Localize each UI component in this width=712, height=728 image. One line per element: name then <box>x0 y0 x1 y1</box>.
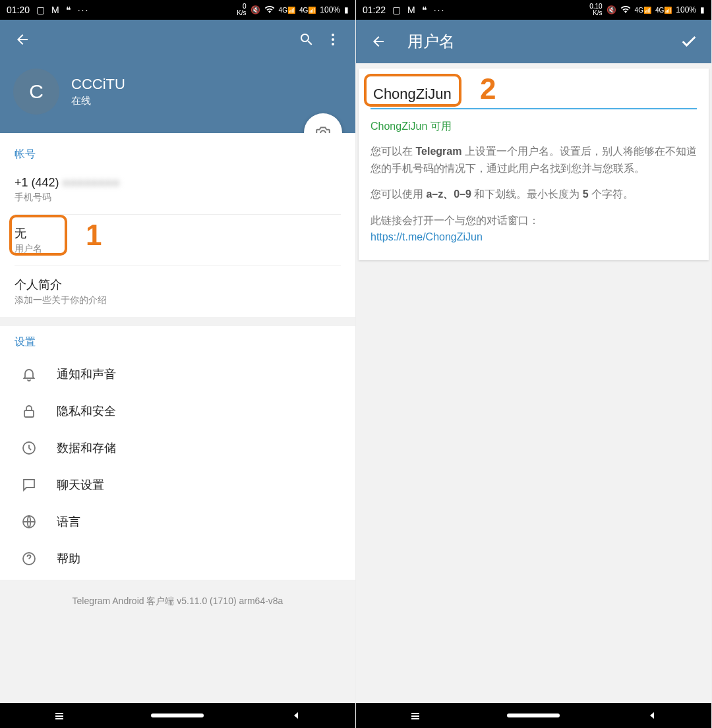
more-button[interactable] <box>320 26 346 53</box>
app-bar <box>0 20 355 59</box>
bio-label: 添加一些关于你的介绍 <box>15 294 341 306</box>
bell-icon <box>20 366 38 382</box>
lock-icon <box>20 403 38 419</box>
confirm-button[interactable] <box>676 28 702 55</box>
status-bar: 01:20 ▢ M ❝ ··· 0 K/s 🔇 4G📶 4G📶 100% ▮ <box>0 0 355 20</box>
settings-item-notifications[interactable]: 通知和声音 <box>15 356 341 393</box>
battery-text: 100% <box>320 5 340 14</box>
svg-rect-15 <box>507 714 560 717</box>
hangouts-icon: ❝ <box>66 5 71 15</box>
username-desc-2: 您可以使用 a–z、0–9 和下划线。最小长度为 5 个字符。 <box>371 186 697 203</box>
section-gap <box>0 317 355 326</box>
battery-icon: ▮ <box>700 5 705 14</box>
settings-item-label: 帮助 <box>57 551 80 567</box>
settings-section: 设置 通知和声音 隐私和安全 数据和存 <box>0 326 355 580</box>
app-bar: 用户名 <box>356 20 711 63</box>
username-label: 用户名 <box>15 243 341 255</box>
back-button[interactable] <box>9 26 36 53</box>
version-text: Telegram Android 客户端 v5.11.0 (1710) arm6… <box>0 580 355 703</box>
profile-status: 在线 <box>71 95 125 107</box>
gallery-icon: ▢ <box>36 5 45 15</box>
mail-icon: M <box>51 5 59 15</box>
svg-rect-10 <box>55 718 63 719</box>
username-available: ChongZiJun 可用 <box>371 120 697 134</box>
svg-rect-8 <box>55 713 63 714</box>
mute-icon: 🔇 <box>251 5 260 14</box>
svg-rect-11 <box>151 714 204 717</box>
svg-rect-12 <box>411 713 419 714</box>
nav-home[interactable] <box>500 710 566 721</box>
help-icon <box>20 551 38 567</box>
battery-text: 100% <box>676 5 696 14</box>
net-speed: 0 K/s <box>237 3 246 16</box>
signal-icon-2: 4G📶 <box>655 7 672 14</box>
hangouts-icon: ❝ <box>422 5 427 15</box>
bio-row[interactable]: 个人简介 添加一些关于你的介绍 <box>15 269 341 314</box>
wifi-icon <box>264 5 275 15</box>
phone-hidden: ●●●●●●●● <box>63 176 120 189</box>
svg-rect-9 <box>55 715 63 717</box>
phone-left: 01:20 ▢ M ❝ ··· 0 K/s 🔇 4G📶 4G📶 100% ▮ <box>0 0 356 728</box>
more-notif-icon: ··· <box>78 5 90 15</box>
nav-recents[interactable] <box>382 710 448 721</box>
avatar[interactable]: C <box>13 69 59 115</box>
settings-item-language[interactable]: 语言 <box>15 503 341 540</box>
settings-item-data[interactable]: 数据和存储 <box>15 430 341 466</box>
mail-icon: M <box>407 5 415 15</box>
username-row[interactable]: 无 用户名 1 <box>15 217 341 263</box>
clock-icon <box>20 440 38 456</box>
username-input[interactable] <box>371 82 697 109</box>
username-value: 无 <box>15 225 341 241</box>
globe-icon <box>20 514 38 530</box>
username-link[interactable]: https://t.me/ChongZiJun <box>371 231 483 242</box>
username-card: 2 ChongZiJun 可用 您可以在 Telegram 上设置一个用户名。设… <box>359 69 709 260</box>
settings-item-label: 通知和声音 <box>57 366 116 382</box>
svg-point-0 <box>332 34 334 36</box>
divider <box>15 214 341 215</box>
settings-item-privacy[interactable]: 隐私和安全 <box>15 393 341 430</box>
status-time: 01:22 <box>363 5 386 15</box>
settings-item-label: 数据和存储 <box>57 440 116 456</box>
svg-rect-14 <box>411 718 419 719</box>
bio-value: 个人简介 <box>15 277 341 293</box>
chat-icon <box>20 477 38 493</box>
account-title: 帐号 <box>15 148 341 161</box>
mute-icon: 🔇 <box>607 5 616 14</box>
nav-bar <box>356 703 711 728</box>
profile-name: CCCiTU <box>71 76 125 93</box>
search-button[interactable] <box>293 26 320 53</box>
signal-icon-2: 4G📶 <box>299 7 316 14</box>
settings-item-label: 聊天设置 <box>57 477 104 493</box>
svg-point-2 <box>332 43 334 45</box>
phone-value: +1 (442) <box>15 176 59 189</box>
username-desc-1: 您可以在 Telegram 上设置一个用户名。设置后，别人将能够在不知道您的手机… <box>371 143 697 177</box>
svg-rect-13 <box>411 715 419 717</box>
nav-recents[interactable] <box>26 710 92 721</box>
svg-point-1 <box>332 38 334 41</box>
profile-header: C CCCiTU 在线 <box>0 59 355 133</box>
status-time: 01:20 <box>7 5 30 15</box>
divider <box>15 266 341 266</box>
phone-row[interactable]: +1 (442) ●●●●●●●● 手机号码 <box>15 168 341 211</box>
appbar-title: 用户名 <box>407 31 455 52</box>
nav-back[interactable] <box>619 710 685 721</box>
username-desc-3: 此链接会打开一个与您的对话窗口： https://t.me/ChongZiJun <box>371 212 697 246</box>
svg-rect-4 <box>24 410 34 417</box>
nav-bar <box>0 703 355 728</box>
net-speed: 0.10 K/s <box>589 3 602 16</box>
phone-label: 手机号码 <box>15 192 341 204</box>
signal-icon: 4G📶 <box>635 7 651 14</box>
settings-item-help[interactable]: 帮助 <box>15 540 341 577</box>
account-section: 帐号 +1 (442) ●●●●●●●● 手机号码 无 用户名 1 <box>0 133 355 317</box>
settings-item-chat[interactable]: 聊天设置 <box>15 466 341 503</box>
nav-home[interactable] <box>144 710 210 721</box>
settings-title: 设置 <box>15 335 341 349</box>
battery-icon: ▮ <box>344 5 349 14</box>
back-button[interactable] <box>365 28 392 55</box>
settings-item-label: 隐私和安全 <box>57 403 116 419</box>
wifi-icon <box>620 5 631 15</box>
settings-item-label: 语言 <box>57 514 80 530</box>
nav-back[interactable] <box>263 710 329 721</box>
gallery-icon: ▢ <box>392 5 401 15</box>
phone-right: 01:22 ▢ M ❝ ··· 0.10 K/s 🔇 4G📶 4G📶 100% … <box>356 0 712 728</box>
